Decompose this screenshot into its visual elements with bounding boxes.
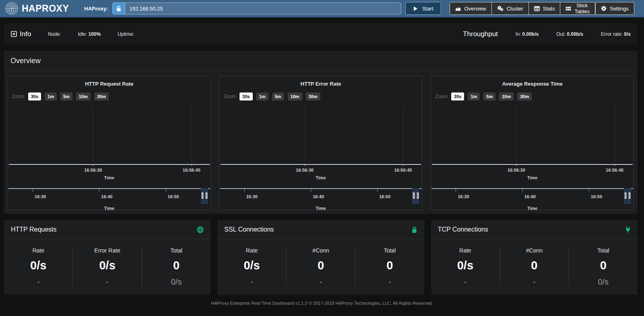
nav-axis-title: Time (220, 206, 422, 211)
navigator-grip-right[interactable] (417, 192, 419, 199)
nav-tick-label: 16:50 (379, 194, 390, 199)
range-navigator[interactable]: 16:30 16:40 16:50 (220, 188, 422, 204)
settings-button[interactable]: Settings (595, 2, 634, 15)
gridline (305, 105, 305, 164)
gridline (192, 105, 192, 164)
gridline (93, 105, 93, 164)
charts-row: HTTP Request Rate Zoom 30s 1m 5m 10m 30m… (4, 71, 638, 214)
zoom-1m-button[interactable]: 1m (256, 92, 268, 101)
stat-label: Total (142, 247, 211, 254)
zoom-label: Zoom (435, 94, 448, 99)
stat-label: Rate (4, 247, 72, 254)
nav-button-label: Stick Tables (574, 2, 590, 14)
x-tick-label: 16:56:30 (296, 168, 314, 172)
stat-column-error-rate: Error Rate 0/s - (72, 246, 141, 287)
nav-button-label: Cluster (507, 6, 523, 12)
range-navigator[interactable]: 16:30 16:40 16:50 (431, 188, 633, 204)
nav-button-label: Overview (464, 6, 486, 12)
nav-tick (166, 189, 166, 192)
zoom-10m-button[interactable]: 10m (499, 92, 514, 101)
navigator-handle[interactable] (201, 188, 208, 204)
x-tick-label: 16:56:45 (183, 168, 200, 172)
chart-title: HTTP Request Rate (8, 81, 211, 87)
throughput-group: Throughput In: 0.00b/s Out: 0.00b/s Erro… (463, 30, 631, 38)
navigator-handle[interactable] (412, 188, 419, 204)
chart-average-response-time: Average Response Time Zoom 30s 1m 5m 10m… (431, 76, 634, 210)
chart-http-error-rate: HTTP Error Rate Zoom 30s 1m 5m 10m 30m 1… (219, 76, 423, 210)
throughput-in: In: 0.00b/s (516, 31, 539, 37)
navigator-grip-left[interactable] (624, 192, 627, 199)
stat-column-conn: #Conn 0 - (286, 246, 355, 287)
start-label: Start (422, 6, 433, 12)
node-label: Node: (48, 31, 61, 37)
navigator-handle[interactable] (624, 188, 631, 204)
stat-label: Error Rate (73, 247, 141, 254)
haproxy-brand: HAPROXY (5, 2, 69, 15)
axis-tick (305, 164, 305, 166)
info-toggle[interactable]: Info (11, 30, 31, 38)
stat-value: 0 (500, 259, 568, 272)
address-input[interactable] (125, 3, 401, 14)
gridline (615, 105, 615, 164)
plus-square-icon (11, 31, 17, 37)
x-tick-label: 16:56:30 (84, 168, 102, 172)
stat-sub: - (73, 277, 141, 287)
x-tick-label: 16:56:30 (508, 168, 525, 172)
zoom-30m-button[interactable]: 30m (517, 92, 532, 101)
zoom-label: Zoom (12, 94, 25, 99)
nav-tick (456, 189, 456, 192)
stat-value: 0/s (217, 259, 286, 272)
card-title: TCP Connections (438, 226, 488, 233)
area-chart-icon (455, 6, 461, 11)
info-label: Info (20, 30, 31, 38)
zoom-30s-button[interactable]: 30s (28, 92, 41, 101)
zoom-10m-button[interactable]: 10m (76, 92, 91, 101)
stat-sub: - (4, 277, 72, 287)
nav-tick-label: 16:30 (246, 194, 258, 199)
stat-sub: - (431, 277, 500, 287)
stat-label: Total (569, 247, 638, 254)
start-button[interactable]: Start (405, 2, 441, 15)
navigator-grip-left[interactable] (201, 192, 204, 199)
nav-button-stats[interactable]: Stats (528, 2, 561, 15)
plot-area[interactable] (432, 105, 633, 165)
zoom-1m-button[interactable]: 1m (45, 92, 57, 101)
navigator-grip-right[interactable] (205, 192, 208, 199)
card-http-requests: HTTP Requests Rate 0/s - Error Rate 0/s (4, 220, 211, 295)
stat-value: 0/s (431, 259, 500, 272)
zoom-5m-button[interactable]: 5m (60, 92, 72, 101)
zoom-30m-button[interactable]: 30m (306, 92, 320, 101)
stat-label: Total (355, 247, 424, 254)
nav-button-cluster[interactable]: Cluster (491, 2, 529, 15)
zoom-1m-button[interactable]: 1m (468, 92, 480, 101)
card-header: HTTP Requests (4, 220, 211, 239)
zoom-30m-button[interactable]: 30m (94, 92, 109, 101)
chart-title: Average Response Time (431, 81, 634, 87)
unlock-button[interactable] (113, 3, 125, 14)
overview-title: Overview (4, 51, 638, 71)
x-axis-title: Time (431, 175, 634, 180)
plot-area[interactable] (9, 105, 210, 165)
stat-label: #Conn (500, 247, 568, 254)
zoom-30s-button[interactable]: 30s (451, 92, 464, 101)
nav-button-label: Stats (543, 6, 555, 12)
zoom-10m-button[interactable]: 10m (288, 92, 302, 101)
throughput-title: Throughput (463, 30, 498, 38)
stat-sub: - (287, 277, 355, 287)
nav-button-stick-tables[interactable]: Stick Tables (560, 2, 595, 15)
globe-icon (197, 226, 204, 233)
zoom-30s-button[interactable]: 30s (239, 92, 252, 101)
plot-area[interactable] (221, 105, 421, 165)
navigator-grip-right[interactable] (628, 192, 631, 199)
zoom-5m-button[interactable]: 5m (272, 92, 284, 101)
zoom-5m-button[interactable]: 5m (483, 92, 495, 101)
nav-tick-label: 16:30 (35, 194, 46, 199)
settings-label: Settings (610, 6, 629, 12)
nav-button-overview[interactable]: Overview (450, 2, 491, 15)
navigator-grip-left[interactable] (413, 192, 415, 199)
range-navigator[interactable]: 16:30 16:40 16:50 (8, 188, 210, 204)
x-axis-title: Time (8, 175, 211, 180)
stat-sub: 0/s (569, 277, 638, 287)
nav-tick (522, 189, 523, 192)
gridline (516, 105, 517, 164)
